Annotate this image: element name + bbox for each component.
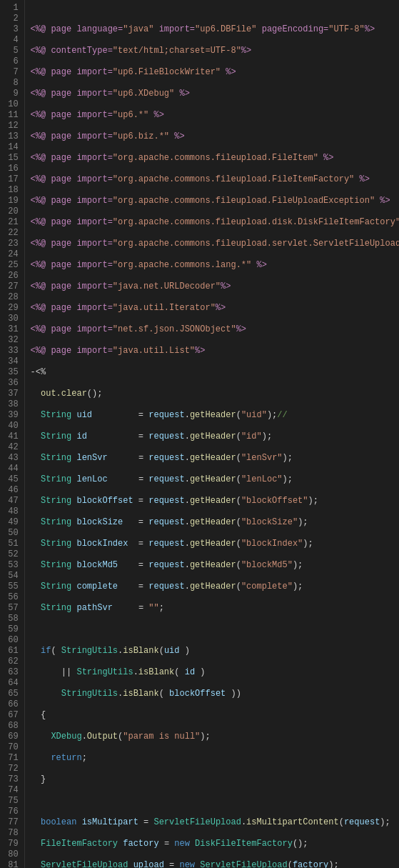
code-line: FileItemFactory factory = new DiskFileIt… <box>31 839 393 849</box>
line-number: 51 <box>3 539 19 549</box>
code-line: boolean isMultipart = ServletFileUpload.… <box>31 817 393 828</box>
line-number: 63 <box>3 667 19 678</box>
code-line: out.clear(); <box>31 389 393 399</box>
code-line: String blockMd5 = request.getHeader("blo… <box>31 560 393 571</box>
line-number: 56 <box>3 592 19 603</box>
code-line: <%@ page import="org.apache.commons.file… <box>31 217 393 228</box>
code-line: -<% <box>31 367 393 378</box>
line-number: 25 <box>3 260 19 271</box>
line-number: 19 <box>3 196 19 206</box>
line-number: 61 <box>3 646 19 657</box>
line-number: 15 <box>3 153 19 164</box>
line-number: 65 <box>3 689 19 699</box>
line-number: 10 <box>3 99 19 110</box>
code-line: if( StringUtils.isBlank(uid ) <box>31 646 393 657</box>
line-number: 9 <box>3 89 19 99</box>
code-line: StringUtils.isBlank( blockOffset )) <box>31 689 393 699</box>
line-number: 17 <box>3 174 19 185</box>
line-number: 4 <box>3 35 19 46</box>
line-number: 20 <box>3 206 19 217</box>
code-line: String lenLoc = request.getHeader("lenLo… <box>31 474 393 485</box>
code-line: { <box>31 710 393 721</box>
line-number: 66 <box>3 699 19 710</box>
code-line: String id = request.getHeader("id"); <box>31 431 393 442</box>
line-number: 2 <box>3 14 19 24</box>
line-number: 49 <box>3 517 19 528</box>
code-line: XDebug.Output("param is null"); <box>31 732 393 742</box>
line-number: 45 <box>3 474 19 485</box>
line-number: 42 <box>3 442 19 453</box>
line-number-gutter: 1234567891011121314151617181920212223242… <box>0 0 25 868</box>
line-number: 48 <box>3 507 19 517</box>
line-number: 55 <box>3 582 19 592</box>
code-line: <%@ page import="up6.XDebug" %> <box>31 89 393 99</box>
code-line: String lenSvr = request.getHeader("lenSv… <box>31 453 393 464</box>
code-line: <%@ contentType="text/html;charset=UTF-8… <box>31 46 393 56</box>
line-number: 30 <box>3 314 19 324</box>
line-number: 14 <box>3 142 19 153</box>
line-number: 3 <box>3 24 19 35</box>
line-number: 68 <box>3 721 19 732</box>
code-line: } <box>31 774 393 785</box>
line-number: 41 <box>3 431 19 442</box>
line-number: 54 <box>3 571 19 582</box>
code-line: <%@ page import="org.apache.commons.file… <box>31 153 393 164</box>
line-number: 62 <box>3 657 19 667</box>
line-number: 67 <box>3 710 19 721</box>
code-line: ServletFileUpload upload = new ServletFi… <box>31 860 393 868</box>
line-number: 7 <box>3 67 19 78</box>
line-number: 79 <box>3 839 19 849</box>
code-line: String blockOffset = request.getHeader("… <box>31 496 393 507</box>
code-line: String blockSize = request.getHeader("bl… <box>31 517 393 528</box>
line-number: 6 <box>3 56 19 67</box>
line-number: 8 <box>3 78 19 89</box>
code-line: <%@ page import="java.util.Iterator"%> <box>31 303 393 314</box>
line-number: 74 <box>3 785 19 796</box>
line-number: 37 <box>3 389 19 399</box>
line-number: 22 <box>3 228 19 239</box>
code-line: <%@ page import="org.apache.commons.file… <box>31 239 393 249</box>
code-line: <%@ page import="up6.*" %> <box>31 110 393 121</box>
line-number: 40 <box>3 421 19 431</box>
line-number: 32 <box>3 335 19 346</box>
code-line <box>31 624 393 635</box>
line-number: 5 <box>3 46 19 56</box>
code-line: <%@ page import="org.apache.commons.file… <box>31 174 393 185</box>
line-number: 52 <box>3 549 19 560</box>
line-number: 18 <box>3 185 19 196</box>
code-line: <%@ page import="java.util.List"%> <box>31 346 393 356</box>
line-number: 38 <box>3 399 19 410</box>
code-line: <%@ page import="org.apache.commons.file… <box>31 196 393 206</box>
line-number: 44 <box>3 464 19 474</box>
code-line: <%@ page import="java.net.URLDecoder"%> <box>31 281 393 292</box>
line-number: 31 <box>3 324 19 335</box>
code-line: String complete = request.getHeader("com… <box>31 582 393 592</box>
line-number: 27 <box>3 281 19 292</box>
code-line: || StringUtils.isBlank( id ) <box>31 667 393 678</box>
code-line: return; <box>31 753 393 764</box>
line-number: 16 <box>3 164 19 174</box>
line-number: 12 <box>3 121 19 131</box>
line-number: 57 <box>3 603 19 614</box>
code-line: String blockIndex = request.getHeader("b… <box>31 539 393 549</box>
line-number: 36 <box>3 378 19 389</box>
line-number: 24 <box>3 249 19 260</box>
line-number: 46 <box>3 485 19 496</box>
line-number: 43 <box>3 453 19 464</box>
line-number: 58 <box>3 614 19 624</box>
line-number: 26 <box>3 271 19 281</box>
code-line: <%@ page import="up6.FileBlockWriter" %> <box>31 67 393 78</box>
code-line: String pathSvr = ""; <box>31 603 393 614</box>
line-number: 69 <box>3 732 19 742</box>
line-number: 11 <box>3 110 19 121</box>
line-number: 80 <box>3 849 19 860</box>
line-number: 34 <box>3 356 19 367</box>
line-number: 81 <box>3 860 19 868</box>
line-number: 77 <box>3 817 19 828</box>
line-number: 72 <box>3 764 19 774</box>
code-content[interactable]: <%@ page language="java" import="up6.DBF… <box>25 0 399 868</box>
code-line <box>31 796 393 807</box>
line-number: 39 <box>3 410 19 421</box>
code-editor: 1234567891011121314151617181920212223242… <box>0 0 399 868</box>
line-number: 70 <box>3 742 19 753</box>
